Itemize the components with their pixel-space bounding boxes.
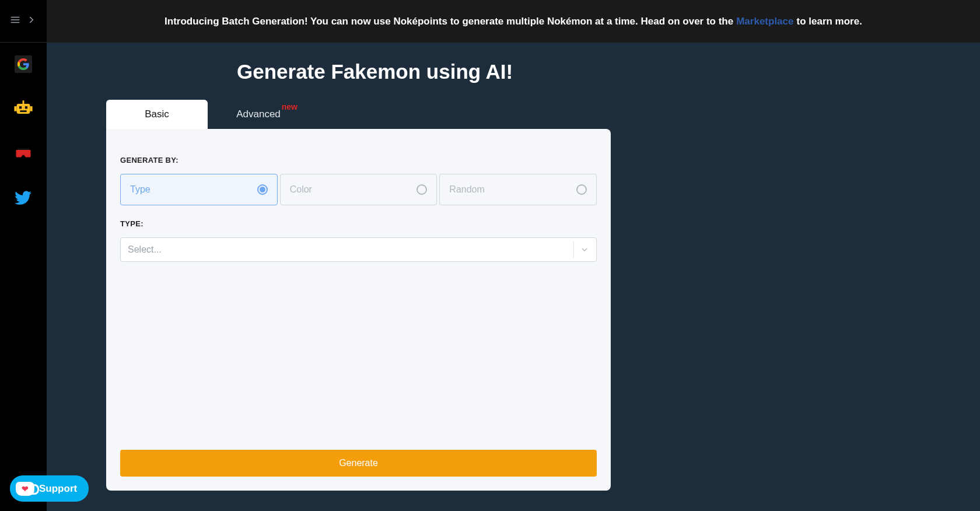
twitter-icon[interactable]: [13, 188, 33, 208]
sidebar: [0, 0, 47, 511]
announcement-banner: Introducing Batch Generation! You can no…: [47, 0, 980, 43]
banner-text-after: to learn more.: [796, 16, 862, 27]
kofi-icon: ❤: [16, 482, 34, 496]
svg-rect-0: [17, 104, 30, 114]
option-type[interactable]: Type: [120, 174, 278, 205]
tab-advanced-label: Advanced: [236, 108, 281, 120]
option-random-label: Random: [449, 184, 484, 195]
generator-card: GENERATE BY: Type Color Random TYPE: Sel…: [106, 129, 611, 491]
radio-icon: [416, 184, 427, 195]
option-random[interactable]: Random: [439, 174, 597, 205]
chevron-down-icon: [573, 242, 589, 258]
option-color[interactable]: Color: [280, 174, 438, 205]
sidebar-links: [13, 55, 33, 208]
support-button[interactable]: ❤ Support: [10, 475, 89, 502]
tabs: Basic Advanced new: [106, 100, 980, 129]
type-label: TYPE:: [120, 219, 597, 228]
new-badge: new: [282, 102, 298, 111]
main-content: Generate Fakemon using AI! Basic Advance…: [47, 43, 980, 511]
generate-button[interactable]: Generate: [120, 450, 597, 477]
type-select[interactable]: Select...: [120, 237, 597, 262]
vr-headset-icon[interactable]: [13, 143, 33, 163]
svg-rect-1: [19, 106, 22, 108]
generate-by-options: Type Color Random: [120, 174, 597, 205]
sidebar-top-controls: [0, 0, 47, 43]
tab-basic-label: Basic: [145, 108, 169, 120]
support-label: Support: [39, 483, 77, 495]
radio-icon: [576, 184, 587, 195]
google-icon[interactable]: [15, 55, 32, 73]
tab-basic[interactable]: Basic: [106, 100, 208, 129]
svg-rect-2: [25, 106, 27, 108]
banner-text-before: Introducing Batch Generation! You can no…: [164, 16, 733, 27]
radio-icon: [257, 184, 268, 195]
tab-advanced[interactable]: Advanced new: [208, 100, 309, 129]
svg-rect-3: [20, 110, 26, 112]
marketplace-link[interactable]: Marketplace: [736, 16, 793, 27]
page-title: Generate Fakemon using AI!: [237, 60, 980, 83]
option-type-label: Type: [130, 184, 150, 195]
select-placeholder: Select...: [128, 244, 162, 255]
hamburger-icon[interactable]: [10, 15, 20, 27]
svg-rect-6: [30, 106, 32, 111]
generate-by-label: GENERATE BY:: [120, 156, 597, 164]
option-color-label: Color: [290, 184, 312, 195]
svg-rect-7: [18, 149, 29, 150]
svg-rect-4: [23, 100, 24, 104]
robot-icon[interactable]: [13, 98, 33, 118]
svg-rect-5: [14, 106, 16, 111]
forward-arrow-icon[interactable]: [26, 15, 37, 27]
